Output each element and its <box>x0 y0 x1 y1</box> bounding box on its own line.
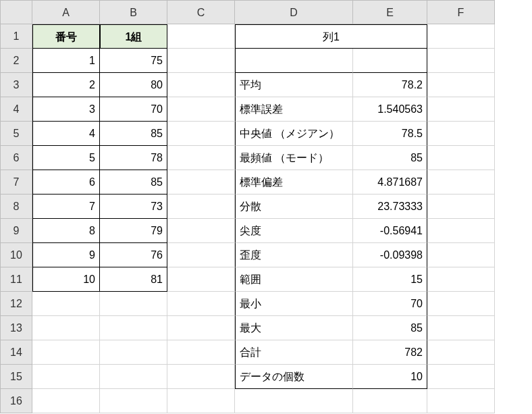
cell-C10[interactable] <box>167 243 235 267</box>
cell-B3[interactable]: 80 <box>100 73 167 97</box>
cell-A4[interactable]: 3 <box>32 97 100 122</box>
cell-F8[interactable] <box>427 195 495 219</box>
cell-B4[interactable]: 70 <box>100 97 167 122</box>
col-header-C[interactable]: C <box>167 0 235 24</box>
cell-B6[interactable]: 78 <box>100 146 167 170</box>
row-header-4[interactable]: 4 <box>0 97 32 122</box>
cell-B13[interactable] <box>100 316 167 340</box>
stat-value-9: 15 <box>353 267 427 292</box>
cell-C7[interactable] <box>167 170 235 195</box>
cell-C16[interactable] <box>167 389 235 413</box>
cell-A15[interactable] <box>32 365 100 389</box>
cell-B8[interactable]: 73 <box>100 195 167 219</box>
cell-F3[interactable] <box>427 73 495 97</box>
row-header-11[interactable]: 11 <box>0 267 32 292</box>
cell-A6[interactable]: 5 <box>32 146 100 170</box>
cell-F11[interactable] <box>427 267 495 292</box>
header-number[interactable]: 番号 <box>32 24 100 49</box>
row-header-13[interactable]: 13 <box>0 316 32 340</box>
cell-B14[interactable] <box>100 340 167 365</box>
row-header-1[interactable]: 1 <box>0 24 32 49</box>
row-header-10[interactable]: 10 <box>0 243 32 267</box>
stat-label-8: 歪度 <box>235 243 353 267</box>
stat-label-13: データの個数 <box>235 365 353 389</box>
row-header-15[interactable]: 15 <box>0 365 32 389</box>
cell-C8[interactable] <box>167 195 235 219</box>
cell-C13[interactable] <box>167 316 235 340</box>
cell-C9[interactable] <box>167 219 235 243</box>
spreadsheet-grid[interactable]: ABCDEF1番号1組列121753280平均78.24370標準誤差1.540… <box>0 0 532 413</box>
cell-F2[interactable] <box>427 49 495 73</box>
cell-F15[interactable] <box>427 365 495 389</box>
cell-E16[interactable] <box>353 389 427 413</box>
cell-C14[interactable] <box>167 340 235 365</box>
cell-A12[interactable] <box>32 292 100 316</box>
cell-A5[interactable]: 4 <box>32 122 100 146</box>
cell-C5[interactable] <box>167 122 235 146</box>
row-header-16[interactable]: 16 <box>0 389 32 413</box>
cell-C12[interactable] <box>167 292 235 316</box>
cell-F13[interactable] <box>427 316 495 340</box>
stat-label-0 <box>235 49 353 73</box>
row-header-3[interactable]: 3 <box>0 73 32 97</box>
cell-A10[interactable]: 9 <box>32 243 100 267</box>
stat-value-7: -0.56941 <box>353 219 427 243</box>
cell-C3[interactable] <box>167 73 235 97</box>
stat-label-3: 中央値 （メジアン） <box>235 122 353 146</box>
cell-C11[interactable] <box>167 267 235 292</box>
stat-value-8: -0.09398 <box>353 243 427 267</box>
cell-A16[interactable] <box>32 389 100 413</box>
cell-F10[interactable] <box>427 243 495 267</box>
header-group[interactable]: 1組 <box>100 24 167 49</box>
cell-F14[interactable] <box>427 340 495 365</box>
cell-A14[interactable] <box>32 340 100 365</box>
cell-A13[interactable] <box>32 316 100 340</box>
cell-C6[interactable] <box>167 146 235 170</box>
stat-value-10: 70 <box>353 292 427 316</box>
cell-F4[interactable] <box>427 97 495 122</box>
cell-C15[interactable] <box>167 365 235 389</box>
stat-value-0 <box>353 49 427 73</box>
cell-F16[interactable] <box>427 389 495 413</box>
cell-C2[interactable] <box>167 49 235 73</box>
col-header-A[interactable]: A <box>32 0 100 24</box>
cell-F1[interactable] <box>427 24 495 49</box>
row-header-9[interactable]: 9 <box>0 219 32 243</box>
cell-C1[interactable] <box>167 24 235 49</box>
cell-C4[interactable] <box>167 97 235 122</box>
row-header-8[interactable]: 8 <box>0 195 32 219</box>
cell-A7[interactable]: 6 <box>32 170 100 195</box>
cell-A2[interactable]: 1 <box>32 49 100 73</box>
cell-F5[interactable] <box>427 122 495 146</box>
stat-value-2: 1.540563 <box>353 97 427 122</box>
row-header-5[interactable]: 5 <box>0 122 32 146</box>
col-header-E[interactable]: E <box>353 0 427 24</box>
row-header-12[interactable]: 12 <box>0 292 32 316</box>
cell-B12[interactable] <box>100 292 167 316</box>
cell-F6[interactable] <box>427 146 495 170</box>
cell-F9[interactable] <box>427 219 495 243</box>
row-header-6[interactable]: 6 <box>0 146 32 170</box>
cell-F7[interactable] <box>427 170 495 195</box>
cell-A11[interactable]: 10 <box>32 267 100 292</box>
cell-A3[interactable]: 2 <box>32 73 100 97</box>
cell-B5[interactable]: 85 <box>100 122 167 146</box>
cell-B7[interactable]: 85 <box>100 170 167 195</box>
cell-D16[interactable] <box>235 389 353 413</box>
cell-B15[interactable] <box>100 365 167 389</box>
stat-label-1: 平均 <box>235 73 353 97</box>
cell-B16[interactable] <box>100 389 167 413</box>
row-header-14[interactable]: 14 <box>0 340 32 365</box>
row-header-7[interactable]: 7 <box>0 170 32 195</box>
col-header-B[interactable]: B <box>100 0 167 24</box>
cell-B11[interactable]: 81 <box>100 267 167 292</box>
col-header-F[interactable]: F <box>427 0 495 24</box>
row-header-2[interactable]: 2 <box>0 49 32 73</box>
cell-B9[interactable]: 79 <box>100 219 167 243</box>
cell-F12[interactable] <box>427 292 495 316</box>
col-header-D[interactable]: D <box>235 0 353 24</box>
cell-B10[interactable]: 76 <box>100 243 167 267</box>
cell-A9[interactable]: 8 <box>32 219 100 243</box>
cell-A8[interactable]: 7 <box>32 195 100 219</box>
cell-B2[interactable]: 75 <box>100 49 167 73</box>
